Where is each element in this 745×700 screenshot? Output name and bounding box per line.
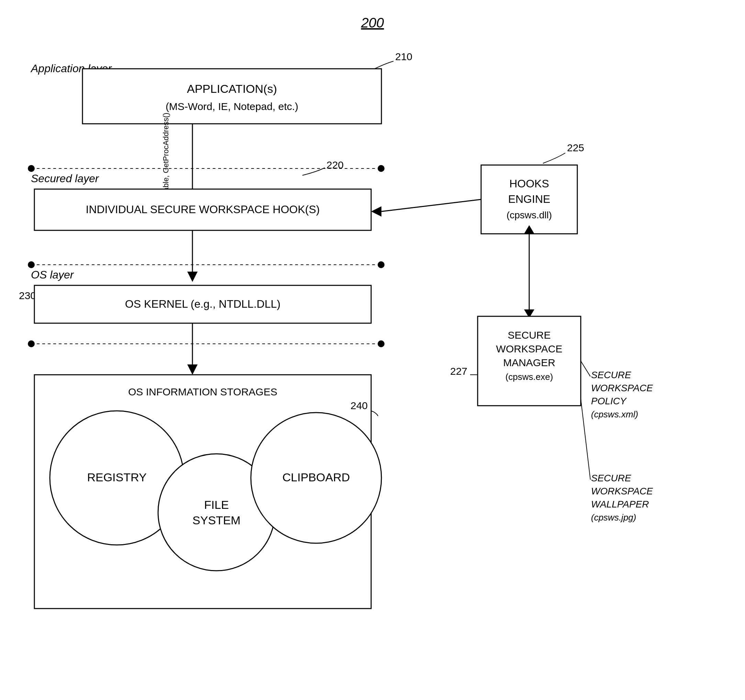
manager-to-wallpaper-line — [581, 399, 590, 480]
kernel-to-storage-arrow — [187, 364, 197, 375]
wallpaper-label-3: WALLPAPER — [591, 499, 649, 510]
ref-225-line — [543, 153, 565, 163]
ref-210: 210 — [395, 51, 412, 62]
wallpaper-label-4: (cpsws.jpg) — [591, 512, 636, 523]
engine-to-hooks-arrow — [371, 206, 381, 217]
manager-label-3: MANAGER — [503, 357, 555, 368]
clipboard-label: CLIPBOARD — [283, 471, 350, 484]
policy-label-4: (cpsws.xml) — [591, 409, 638, 420]
wallpaper-label-1: SECURE — [591, 473, 631, 483]
ref-220-line — [302, 168, 325, 175]
hooks-engine-label-2: ENGINE — [508, 193, 551, 205]
filesystem-label-1: FILE — [204, 498, 229, 511]
manager-label-4: (cpsws.exe) — [506, 372, 553, 382]
ref-240-line — [371, 411, 378, 416]
policy-label-1: SECURE — [591, 370, 631, 380]
manager-to-policy-line — [581, 361, 590, 376]
engine-to-hooks-line — [381, 199, 481, 211]
application-box — [82, 69, 381, 124]
manager-label-1: SECURE — [507, 329, 551, 341]
policy-label-3: POLICY — [591, 396, 627, 406]
policy-label-2: WORKSPACE — [591, 383, 653, 393]
ref-240: 240 — [350, 400, 368, 411]
ref-220: 220 — [326, 159, 344, 171]
hooks-engine-label-3: (cpsws.dll) — [507, 210, 552, 220]
manager-label-2: WORKSPACE — [496, 343, 562, 354]
secured-layer-label: Secured layer — [31, 172, 99, 184]
diagram-title: 200 — [361, 15, 384, 30]
hooks-label: INDIVIDUAL SECURE WORKSPACE HOOK(S) — [86, 203, 320, 216]
storage-label: OS INFORMATION STORAGES — [128, 386, 277, 397]
ref-227: 227 — [450, 366, 467, 377]
hooks-to-kernel-arrow — [187, 271, 197, 282]
os-layer-label: OS layer — [31, 268, 74, 281]
kernel-label: OS KERNEL (e.g., NTDLL.DLL) — [125, 298, 280, 310]
diagram: 200 Application layer 210 APPLICATION(s)… — [0, 0, 745, 700]
app-label-2: (MS-Word, IE, Notepad, etc.) — [166, 101, 298, 112]
app-label-1: APPLICATION(s) — [187, 82, 277, 95]
registry-label: REGISTRY — [87, 471, 147, 484]
filesystem-label-2: SYSTEM — [193, 514, 241, 527]
hooks-engine-label-1: HOOKS — [509, 177, 549, 190]
ref-225: 225 — [567, 142, 584, 153]
ref-230: 230 — [19, 290, 36, 301]
wallpaper-label-2: WORKSPACE — [591, 486, 653, 496]
